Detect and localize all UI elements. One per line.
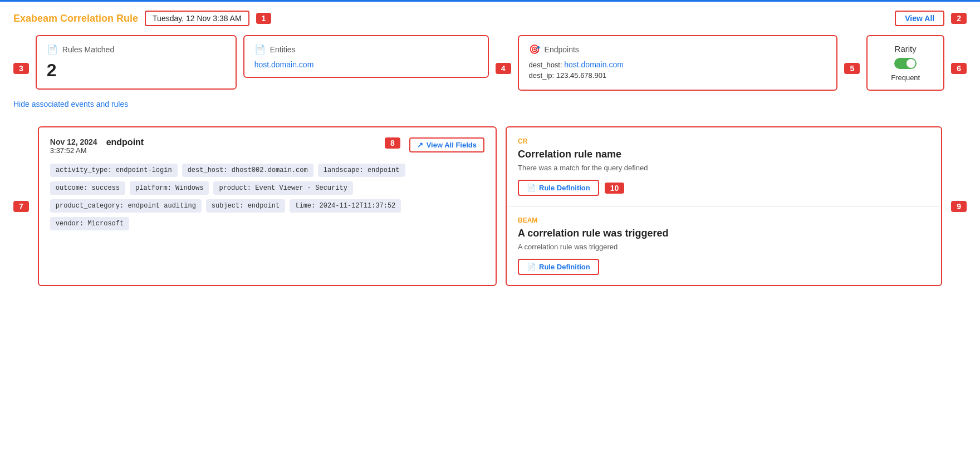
tag-activity-type: activity_type: endpoint-login xyxy=(50,164,178,177)
rarity-card: Rarity Frequent xyxy=(866,35,944,91)
tag-landscape: landscape: endpoint xyxy=(318,164,405,177)
event-date: Nov 12, 2024 xyxy=(50,137,97,146)
tag-subject: subject: endpoint xyxy=(206,199,285,213)
rarity-title: Rarity xyxy=(895,44,917,53)
left-event-panel: Nov 12, 2024 3:37:52 AM endpoint 8 ↗ Vie… xyxy=(38,126,497,286)
right-rules-panel: CR Correlation rule name There was a mat… xyxy=(506,126,942,286)
rule-def-icon-2: 📄 xyxy=(527,263,536,271)
tag-time: time: 2024-11-12T11:37:52 xyxy=(290,199,401,213)
rules-matched-label: Rules Matched xyxy=(62,45,114,54)
tag-vendor: vendor: Microsoft xyxy=(50,217,129,230)
dest-ip-label: dest_ip: xyxy=(529,71,555,80)
rules-matched-card: 📄 Rules Matched 2 xyxy=(36,35,237,90)
badge-10: 10 xyxy=(605,183,625,194)
rule-tag-beam: BEAM xyxy=(518,216,930,224)
badge-4: 4 xyxy=(496,63,511,74)
entities-label: Entities xyxy=(270,45,296,54)
rule-desc-1: There was a match for the query defined xyxy=(518,164,930,172)
header-badge-2: 2 xyxy=(951,13,967,24)
rule-definition-btn-1[interactable]: 📄 Rule Definition xyxy=(518,180,599,196)
rarity-toggle[interactable] xyxy=(894,58,917,69)
rule-name-2: A correlation rule was triggered xyxy=(518,228,930,239)
tag-dest-host: dest_host: dhost002.domain.com xyxy=(182,164,313,177)
badge-6: 6 xyxy=(951,63,967,74)
rules-matched-value: 2 xyxy=(47,60,226,81)
tag-product: product: Event Viewer - Security xyxy=(213,181,352,195)
endpoints-card: 🎯 Endpoints dest_host: host.domain.com d… xyxy=(518,35,838,91)
event-time: 3:37:52 AM xyxy=(50,146,97,155)
rule-tag-cr: CR xyxy=(518,137,930,145)
hide-events-link[interactable]: Hide associated events and rules xyxy=(13,100,128,109)
event-tags: activity_type: endpoint-login dest_host:… xyxy=(50,164,484,230)
rule-section-1: CR Correlation rule name There was a mat… xyxy=(507,127,941,206)
rule-def-label-1: Rule Definition xyxy=(539,184,590,192)
rule-def-icon-1: 📄 xyxy=(527,184,536,192)
entities-icon: 📄 xyxy=(254,44,266,55)
rule-def-label-2: Rule Definition xyxy=(539,263,590,271)
view-all-fields-button[interactable]: ↗ View All Fields xyxy=(409,137,484,152)
badge-7: 7 xyxy=(13,201,29,212)
view-all-fields-label: View All Fields xyxy=(427,141,477,149)
badge-3: 3 xyxy=(13,63,29,74)
view-all-button[interactable]: View All xyxy=(895,11,944,26)
rarity-value: Frequent xyxy=(891,73,920,82)
app-title: Exabeam Correlation Rule xyxy=(13,13,138,24)
badge-5: 5 xyxy=(844,63,860,74)
rule-desc-2: A correlation rule was triggered xyxy=(518,243,930,251)
tag-product-category: product_category: endpoint auditing xyxy=(50,199,202,213)
tag-platform: platform: Windows xyxy=(130,181,209,195)
endpoints-label: Endpoints xyxy=(545,45,579,54)
badge-9: 9 xyxy=(951,201,967,212)
rule-definition-btn-2[interactable]: 📄 Rule Definition xyxy=(518,259,599,275)
entities-link[interactable]: host.domain.com xyxy=(254,60,314,69)
rule-section-2: BEAM A correlation rule was triggered A … xyxy=(507,206,941,285)
dest-ip-value: 123.45.678.901 xyxy=(556,71,606,80)
dest-host-link[interactable]: host.domain.com xyxy=(564,60,624,69)
badge-8: 8 xyxy=(385,137,400,149)
external-link-icon: ↗ xyxy=(417,141,423,149)
endpoints-icon: 🎯 xyxy=(529,44,540,55)
dest-host-label: dest_host: xyxy=(529,61,562,69)
rules-icon: 📄 xyxy=(47,44,58,55)
header-badge-1: 1 xyxy=(256,13,272,24)
date-badge: Tuesday, 12 Nov 3:38 AM xyxy=(145,11,249,26)
entities-card: 📄 Entities host.domain.com xyxy=(243,35,489,78)
event-type: endpoint xyxy=(106,137,376,147)
tag-outcome: outcome: success xyxy=(50,181,125,195)
rule-name-1: Correlation rule name xyxy=(518,149,930,160)
